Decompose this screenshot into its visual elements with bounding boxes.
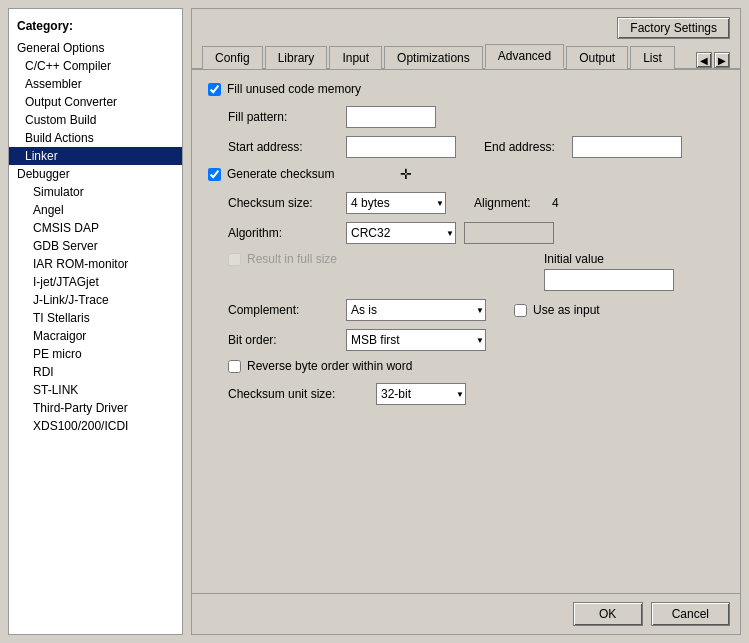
fill-unused-label: Fill unused code memory bbox=[227, 82, 361, 96]
start-address-label: Start address: bbox=[228, 140, 338, 154]
sidebar-item-iar-rom-monitor[interactable]: IAR ROM-monitor bbox=[9, 255, 182, 273]
sidebar-item-angel[interactable]: Angel bbox=[9, 201, 182, 219]
bit-order-label: Bit order: bbox=[228, 333, 338, 347]
tab-output[interactable]: Output bbox=[566, 46, 628, 69]
factory-settings-button[interactable]: Factory Settings bbox=[617, 17, 730, 39]
complement-row: Complement: As is One's complement Two's… bbox=[208, 299, 724, 321]
sidebar-item-macraigor[interactable]: Macraigor bbox=[9, 327, 182, 345]
algorithm-row: Algorithm: CRC32 CRC16 CRC8 Sum ▼ 0x1102… bbox=[208, 222, 724, 244]
sidebar-item-rdi[interactable]: RDI bbox=[9, 363, 182, 381]
generate-checksum-label: Generate checksum bbox=[227, 167, 334, 181]
checksum-unit-select[interactable]: 32-bit 8-bit 16-bit bbox=[376, 383, 466, 405]
complement-label: Complement: bbox=[228, 303, 338, 317]
initial-value-label: Initial value bbox=[544, 252, 724, 266]
bit-order-row: Bit order: MSB first LSB first ▼ bbox=[208, 329, 724, 351]
sidebar-item-st-link[interactable]: ST-LINK bbox=[9, 381, 182, 399]
tab-config[interactable]: Config bbox=[202, 46, 263, 69]
checksum-unit-label: Checksum unit size: bbox=[228, 387, 368, 401]
start-address-input[interactable]: 0x08000000 bbox=[346, 136, 456, 158]
checksum-size-select-wrapper: 4 bytes 1 byte 2 bytes ▼ bbox=[346, 192, 446, 214]
generate-checksum-checkbox[interactable] bbox=[208, 168, 221, 181]
tab-input[interactable]: Input bbox=[329, 46, 382, 69]
result-full-size-row: Result in full size bbox=[228, 252, 524, 266]
sidebar: Category: General Options C/C++ Compiler… bbox=[8, 8, 183, 635]
bit-order-select[interactable]: MSB first LSB first bbox=[346, 329, 486, 351]
fill-unused-row: Fill unused code memory bbox=[208, 82, 724, 96]
use-as-input-checkbox[interactable] bbox=[514, 304, 527, 317]
sidebar-item-cpp-compiler[interactable]: C/C++ Compiler bbox=[9, 57, 182, 75]
sidebar-item-j-link[interactable]: J-Link/J-Trace bbox=[9, 291, 182, 309]
sidebar-item-debugger[interactable]: Debugger bbox=[9, 165, 182, 183]
fill-pattern-input[interactable]: 0xFF bbox=[346, 106, 436, 128]
sidebar-item-third-party[interactable]: Third-Party Driver bbox=[9, 399, 182, 417]
sidebar-item-general-options[interactable]: General Options bbox=[9, 39, 182, 57]
checksum-unit-select-wrapper: 32-bit 8-bit 16-bit ▼ bbox=[376, 383, 466, 405]
tab-scroll-buttons: ◀ ▶ bbox=[696, 52, 730, 68]
result-full-size-section: Result in full size bbox=[228, 252, 524, 276]
algorithm-select-wrapper: CRC32 CRC16 CRC8 Sum ▼ bbox=[346, 222, 456, 244]
tab-optimizations[interactable]: Optimizations bbox=[384, 46, 483, 69]
sidebar-item-xds100[interactable]: XDS100/200/ICDI bbox=[9, 417, 182, 435]
sidebar-item-custom-build[interactable]: Custom Build bbox=[9, 111, 182, 129]
result-initial-row: Result in full size Initial value 0xFFFF… bbox=[208, 252, 724, 291]
sidebar-item-build-actions[interactable]: Build Actions bbox=[9, 129, 182, 147]
use-as-input-section: Use as input bbox=[514, 303, 600, 317]
complement-select-wrapper: As is One's complement Two's complement … bbox=[346, 299, 486, 321]
address-row: Start address: 0x08000000 End address: 0… bbox=[208, 136, 724, 158]
sidebar-item-ti-stellaris[interactable]: TI Stellaris bbox=[9, 309, 182, 327]
checksum-size-select[interactable]: 4 bytes 1 byte 2 bytes bbox=[346, 192, 446, 214]
alignment-label: Alignment: bbox=[474, 196, 544, 210]
checksum-size-label: Checksum size: bbox=[228, 196, 338, 210]
top-bar: Factory Settings bbox=[192, 9, 740, 43]
reverse-byte-checkbox[interactable] bbox=[228, 360, 241, 373]
checksum-unit-row: Checksum unit size: 32-bit 8-bit 16-bit … bbox=[208, 383, 724, 405]
main-panel: Factory Settings Config Library Input Op… bbox=[183, 0, 749, 643]
end-address-input[interactable]: 0x0803FFFF bbox=[572, 136, 682, 158]
tab-advanced[interactable]: Advanced bbox=[485, 44, 564, 69]
generate-checksum-row: Generate checksum ✛ bbox=[208, 166, 724, 182]
dialog-box: Factory Settings Config Library Input Op… bbox=[191, 8, 741, 635]
sidebar-item-gdb-server[interactable]: GDB Server bbox=[9, 237, 182, 255]
end-address-label: End address: bbox=[484, 140, 564, 154]
algorithm-label: Algorithm: bbox=[228, 226, 338, 240]
reverse-byte-row: Reverse byte order within word bbox=[208, 359, 724, 373]
algo-field-input[interactable]: 0x11021 bbox=[464, 222, 554, 244]
category-label: Category: bbox=[9, 17, 182, 39]
sidebar-item-assembler[interactable]: Assembler bbox=[9, 75, 182, 93]
algorithm-select[interactable]: CRC32 CRC16 CRC8 Sum bbox=[346, 222, 456, 244]
fill-pattern-row: Fill pattern: 0xFF bbox=[208, 106, 724, 128]
cursor-crosshair-icon: ✛ bbox=[400, 166, 412, 182]
bottom-bar: OK Cancel bbox=[192, 593, 740, 634]
tab-scroll-left-button[interactable]: ◀ bbox=[696, 52, 712, 68]
sidebar-item-pe-micro[interactable]: PE micro bbox=[9, 345, 182, 363]
tab-bar: Config Library Input Optimizations Advan… bbox=[192, 43, 740, 70]
sidebar-item-simulator[interactable]: Simulator bbox=[9, 183, 182, 201]
cancel-button[interactable]: Cancel bbox=[651, 602, 730, 626]
result-full-size-checkbox[interactable] bbox=[228, 253, 241, 266]
tab-scroll-right-button[interactable]: ▶ bbox=[714, 52, 730, 68]
tab-list[interactable]: List bbox=[630, 46, 675, 69]
fill-unused-checkbox[interactable] bbox=[208, 83, 221, 96]
sidebar-item-output-converter[interactable]: Output Converter bbox=[9, 93, 182, 111]
alignment-value: 4 bbox=[552, 196, 559, 210]
complement-select[interactable]: As is One's complement Two's complement bbox=[346, 299, 486, 321]
use-as-input-label: Use as input bbox=[533, 303, 600, 317]
ok-button[interactable]: OK bbox=[573, 602, 643, 626]
content-area: Fill unused code memory Fill pattern: 0x… bbox=[192, 70, 740, 593]
result-full-size-label: Result in full size bbox=[247, 252, 337, 266]
bit-order-select-wrapper: MSB first LSB first ▼ bbox=[346, 329, 486, 351]
tab-library[interactable]: Library bbox=[265, 46, 328, 69]
initial-value-input[interactable]: 0xFFFFFFFF bbox=[544, 269, 674, 291]
sidebar-item-linker[interactable]: Linker bbox=[9, 147, 182, 165]
initial-value-section: Initial value 0xFFFFFFFF bbox=[544, 252, 724, 291]
checksum-size-row: Checksum size: 4 bytes 1 byte 2 bytes ▼ … bbox=[208, 192, 724, 214]
reverse-byte-label: Reverse byte order within word bbox=[247, 359, 412, 373]
fill-pattern-label: Fill pattern: bbox=[228, 110, 338, 124]
sidebar-item-i-jet[interactable]: I-jet/JTAGjet bbox=[9, 273, 182, 291]
sidebar-item-cmsis-dap[interactable]: CMSIS DAP bbox=[9, 219, 182, 237]
